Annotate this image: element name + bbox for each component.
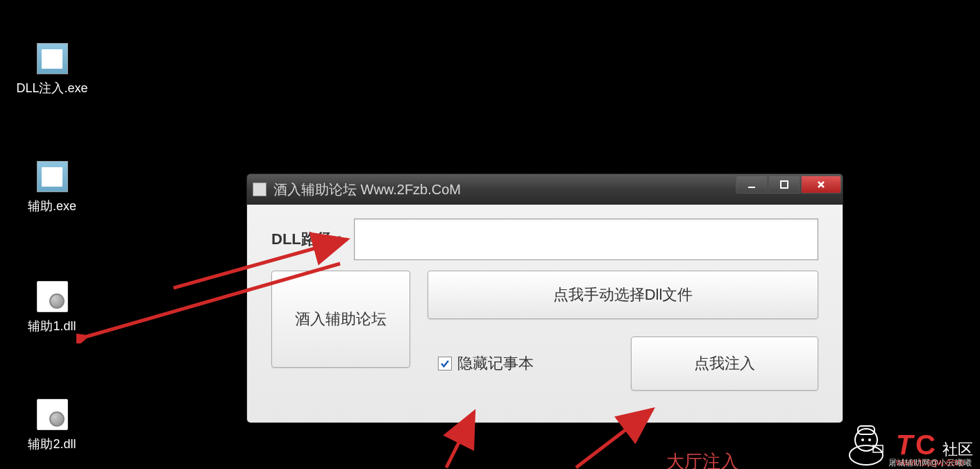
- dll-path-input[interactable]: [354, 219, 818, 260]
- icon-label: 辅助2.dll: [28, 436, 76, 452]
- desktop-icon-helper2-dll[interactable]: 辅助2.dll: [10, 399, 94, 452]
- desktop-icon-helper1-dll[interactable]: 辅助1.dll: [10, 281, 94, 334]
- maximize-icon: [779, 180, 789, 189]
- select-dll-button[interactable]: 点我手动选择Dll文件: [428, 271, 818, 319]
- icon-label: 辅助.exe: [28, 198, 76, 214]
- icon-label: 辅助1.dll: [28, 318, 76, 334]
- svg-point-9: [861, 438, 864, 441]
- exe-icon: [37, 43, 68, 74]
- hide-notepad-checkbox-wrap[interactable]: 隐藏记事本: [438, 353, 534, 374]
- close-button[interactable]: [801, 176, 841, 194]
- hide-notepad-checkbox[interactable]: [438, 357, 452, 370]
- dll-icon: [37, 281, 68, 312]
- svg-rect-1: [781, 181, 788, 188]
- svg-point-6: [850, 445, 883, 465]
- minimize-icon: [747, 180, 757, 189]
- window-controls: [736, 176, 841, 194]
- icon-label: DLL注入.exe: [16, 80, 87, 96]
- window-body: DLL路径： 酒入辅助论坛 点我手动选择Dll文件 隐藏记事本 点我注入: [247, 205, 843, 423]
- svg-point-10: [868, 438, 871, 441]
- exe-icon: [37, 161, 68, 192]
- maximize-button[interactable]: [768, 176, 800, 194]
- dll-icon: [37, 399, 68, 430]
- dll-path-label: DLL路径：: [271, 229, 347, 250]
- minimize-button[interactable]: [736, 176, 768, 194]
- app-icon: [253, 182, 267, 196]
- forum-button[interactable]: 酒入辅助论坛: [271, 271, 410, 368]
- svg-rect-0: [748, 187, 755, 188]
- watermark-cartoon-icon: [842, 419, 890, 468]
- close-icon: [816, 180, 826, 189]
- hide-notepad-label: 隐藏记事本: [457, 353, 534, 374]
- desktop-icon-helper-exe[interactable]: 辅助.exe: [10, 161, 94, 214]
- window-titlebar[interactable]: 酒入辅助论坛 Www.2Fzb.CoM: [247, 174, 843, 205]
- desktop-icon-dll-inject-exe[interactable]: DLL注入.exe: [10, 43, 94, 96]
- annotation-text: 大厅注入: [666, 450, 738, 469]
- injector-window: 酒入辅助论坛 Www.2Fzb.CoM DLL路径： 酒入辅助论坛 点我手动选择…: [246, 173, 843, 423]
- watermark-sub: 屠城辅助网@小云曦曦: [888, 457, 972, 469]
- inject-button[interactable]: 点我注入: [631, 336, 818, 391]
- check-icon: [439, 358, 450, 369]
